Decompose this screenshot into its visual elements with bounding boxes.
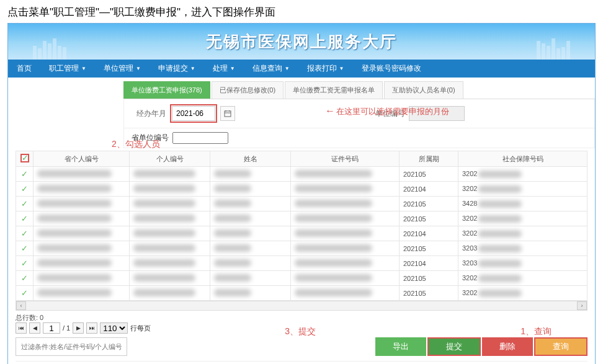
nav-apply[interactable]: 申请提交▼ xyxy=(150,60,204,78)
cell-personal-id xyxy=(133,185,195,192)
cell-period: 202105 xyxy=(400,211,458,226)
annotation-step3: 3、提交 xyxy=(285,326,316,337)
col-ssn: 社会保障号码 xyxy=(458,151,587,167)
cell-ssn: 3428 xyxy=(458,197,587,211)
footer: 无锡市人力资源和社会保障信息中心主办，东软集团股份有限公司技术支持 苏ICP备1… xyxy=(16,361,587,364)
row-filter-input[interactable] xyxy=(16,337,127,356)
tab-no-need[interactable]: 单位缴费工资无需申报名单 xyxy=(285,81,383,99)
nav-home[interactable]: 首页 xyxy=(8,60,40,78)
pager-first[interactable]: ⏮ xyxy=(16,322,27,334)
scroll-right-button[interactable]: › xyxy=(577,301,587,310)
prov-unit-input[interactable] xyxy=(172,132,228,144)
pager-per-page: 行每页 xyxy=(130,324,151,333)
pager-size-select[interactable]: 110 xyxy=(100,322,128,334)
period-input[interactable] xyxy=(172,106,215,121)
row-checkbox[interactable]: ✓ xyxy=(21,169,28,179)
pager-last[interactable]: ⏭ xyxy=(86,322,97,334)
nav-employee[interactable]: 职工管理▼ xyxy=(40,60,95,78)
data-table: 省个人编号 个人编号 姓名 证件号码 所属期 社会保障号码 ✓202105320… xyxy=(16,151,587,301)
cell-name xyxy=(214,170,251,177)
col-personal-id: 个人编号 xyxy=(130,151,210,167)
cell-prov-id xyxy=(37,170,112,177)
row-checkbox[interactable]: ✓ xyxy=(21,229,28,238)
cell-personal-id xyxy=(133,274,195,282)
cell-prov-id xyxy=(37,215,112,222)
cell-ssn: 3202 xyxy=(458,271,587,286)
cell-period: 202105 xyxy=(400,197,458,211)
banner-decor-left xyxy=(33,38,66,60)
cell-name xyxy=(214,185,251,192)
cell-name xyxy=(214,215,251,222)
cell-prov-id xyxy=(37,229,112,237)
pager-of: / 1 xyxy=(63,324,70,332)
cell-personal-id xyxy=(133,200,195,207)
cell-ssn: 3202 xyxy=(458,211,587,226)
delete-button[interactable]: 删除 xyxy=(482,337,533,356)
cell-ssn: 3203 xyxy=(458,256,587,271)
cell-period: 202104 xyxy=(400,226,458,241)
col-prov-personal-id: 省个人编号 xyxy=(34,151,130,167)
cell-period: 202104 xyxy=(400,256,458,271)
cell-period: 202105 xyxy=(400,167,458,182)
pager-prev[interactable]: ◀ xyxy=(29,322,40,334)
annotation-step2: 2、勾选人员 xyxy=(112,139,160,150)
cell-personal-id xyxy=(133,215,195,222)
chevron-down-icon: ▼ xyxy=(339,66,344,71)
cell-period: 202105 xyxy=(400,286,458,301)
nav-password[interactable]: 登录账号密码修改 xyxy=(353,60,430,78)
table-row: ✓2021053202 xyxy=(16,211,587,226)
cell-personal-id xyxy=(133,229,195,237)
nav-report-print[interactable]: 报表打印▼ xyxy=(298,60,353,78)
cell-cert xyxy=(295,274,372,282)
cell-ssn: 3202 xyxy=(458,226,587,241)
cell-prov-id xyxy=(37,274,112,282)
main-nav: 首页 职工管理▼ 单位管理▼ 申请提交▼ 处理▼ 信息查询▼ 报表打印▼ 登录账… xyxy=(8,60,595,78)
row-checkbox[interactable]: ✓ xyxy=(21,244,28,253)
query-button[interactable]: 查询 xyxy=(534,337,587,356)
nav-info-query[interactable]: 信息查询▼ xyxy=(244,60,298,78)
tab-mutual[interactable]: 互助协议人员名单(0) xyxy=(384,81,463,99)
row-checkbox[interactable]: ✓ xyxy=(21,184,28,193)
pager-page-input[interactable] xyxy=(43,322,60,334)
filter-row-1: 经办年月 在这里可以选择需要申报的月份 单位编号 xyxy=(123,99,595,128)
cell-name xyxy=(214,229,251,237)
cell-name xyxy=(214,274,251,282)
cell-ssn: 3202 xyxy=(458,182,587,197)
cell-ssn: 3202 xyxy=(458,167,587,182)
cell-ssn: 3202 xyxy=(458,286,587,301)
banner: 无锡市医保网上服务大厅 xyxy=(8,24,595,60)
submit-button[interactable]: 提交 xyxy=(427,337,481,356)
annotation-step1: 1、查询 xyxy=(520,326,552,337)
total-rows-label: 总行数: 0 xyxy=(16,313,43,322)
tab-declare[interactable]: 单位缴费工资申报(378) xyxy=(123,81,210,99)
table-row: ✓2021043202 xyxy=(16,226,587,241)
nav-process[interactable]: 处理▼ xyxy=(204,60,244,78)
row-checkbox[interactable]: ✓ xyxy=(21,259,28,268)
cell-cert xyxy=(295,289,372,296)
row-checkbox[interactable]: ✓ xyxy=(21,214,28,223)
pager-next[interactable]: ▶ xyxy=(73,322,84,334)
select-all-checkbox[interactable] xyxy=(20,154,29,162)
row-checkbox[interactable]: ✓ xyxy=(21,199,28,208)
svg-rect-0 xyxy=(225,111,231,117)
cell-period: 202104 xyxy=(400,182,458,197)
scroll-left-button[interactable]: ‹ xyxy=(16,301,26,310)
chevron-down-icon: ▼ xyxy=(230,66,235,71)
row-checkbox[interactable]: ✓ xyxy=(21,273,28,283)
cell-prov-id xyxy=(37,185,112,192)
chevron-down-icon: ▼ xyxy=(81,66,86,71)
export-button[interactable]: 导出 xyxy=(375,337,426,356)
table-row: ✓2021043202 xyxy=(16,182,587,197)
cell-cert xyxy=(295,229,372,237)
row-checkbox[interactable]: ✓ xyxy=(21,288,28,298)
nav-unit[interactable]: 单位管理▼ xyxy=(95,60,150,78)
horizontal-scrollbar[interactable]: ‹ › xyxy=(16,301,587,311)
calendar-icon[interactable] xyxy=(220,106,235,121)
cell-cert xyxy=(295,244,372,252)
tab-saved-edit[interactable]: 已保存信息修改(0) xyxy=(212,81,284,99)
instruction-top: 点击菜单"职工管理"—"职工缴费申报"，进入下图操作界面 xyxy=(0,0,603,23)
cell-personal-id xyxy=(133,259,195,267)
cell-cert xyxy=(295,170,372,177)
cell-cert xyxy=(295,259,372,267)
col-period: 所属期 xyxy=(400,151,458,167)
